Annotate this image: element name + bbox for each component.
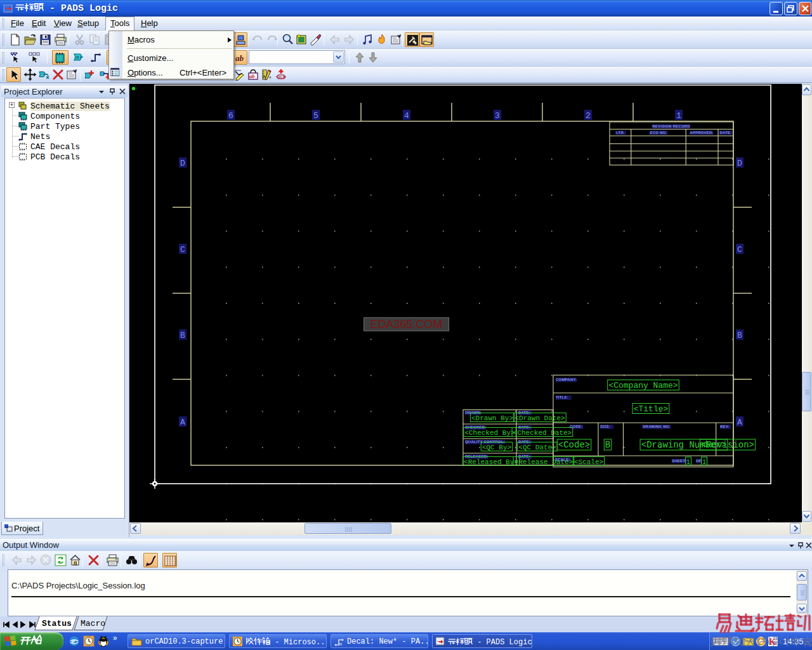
svg-text:TITLE:: TITLE: bbox=[556, 395, 568, 399]
svg-text:<Revision>: <Revision> bbox=[701, 440, 754, 450]
svg-text:FLD: FLD bbox=[278, 76, 285, 79]
svg-text:B: B bbox=[605, 440, 610, 450]
svg-text:<Released By>: <Released By> bbox=[464, 458, 518, 466]
svg-text:B: B bbox=[180, 331, 185, 340]
svg-text:1: 1 bbox=[676, 111, 681, 121]
svg-text:1: 1 bbox=[686, 459, 690, 466]
svg-text:<Release Date>: <Release Date> bbox=[514, 458, 573, 466]
svg-text:5: 5 bbox=[313, 111, 318, 121]
svg-text:COMPANY:: COMPANY: bbox=[556, 378, 577, 381]
svg-text:<Title>: <Title> bbox=[634, 404, 669, 414]
svg-text:ab: ab bbox=[249, 73, 255, 79]
svg-text:SIZE:: SIZE: bbox=[600, 425, 610, 428]
svg-text:C: C bbox=[737, 245, 742, 255]
svg-text:APPROVED:: APPROVED: bbox=[690, 131, 713, 135]
svg-text:ab: ab bbox=[235, 53, 244, 63]
svg-text:1: 1 bbox=[702, 459, 706, 466]
svg-text:2: 2 bbox=[586, 111, 591, 121]
svg-text:C: C bbox=[180, 245, 185, 255]
svg-text:e: e bbox=[72, 637, 75, 645]
svg-text:<Checked By>: <Checked By> bbox=[464, 429, 514, 437]
svg-text:n: n bbox=[339, 642, 342, 646]
svg-text:D: D bbox=[180, 159, 185, 168]
svg-text:A: A bbox=[737, 418, 742, 427]
svg-text:4: 4 bbox=[404, 111, 409, 121]
svg-text:D: D bbox=[737, 159, 742, 168]
svg-text:<Code>: <Code> bbox=[558, 440, 590, 450]
svg-text:REV:: REV: bbox=[720, 425, 730, 428]
svg-text:REVISION RECORD: REVISION RECORD bbox=[652, 124, 690, 128]
svg-text:OF: OF bbox=[696, 459, 702, 463]
svg-text:CODE:: CODE: bbox=[570, 425, 582, 428]
svg-text:EDA365.COM: EDA365.COM bbox=[370, 318, 442, 331]
svg-text:SHEET:: SHEET: bbox=[672, 459, 686, 463]
svg-text:B: B bbox=[76, 55, 79, 60]
svg-text:B: B bbox=[263, 75, 266, 79]
svg-text:DRAWING NO:: DRAWING NO: bbox=[643, 425, 671, 428]
svg-text:<Drawn Date>: <Drawn Date> bbox=[514, 415, 565, 422]
svg-text:<QC By>: <QC By> bbox=[482, 444, 511, 451]
svg-text:A: A bbox=[180, 418, 185, 427]
svg-text:6: 6 bbox=[228, 111, 233, 121]
svg-text:<Drawn By>: <Drawn By> bbox=[471, 415, 513, 422]
svg-text:DATE:: DATE: bbox=[720, 131, 732, 135]
svg-text:<Checked Date>: <Checked Date> bbox=[513, 429, 572, 437]
svg-text:B: B bbox=[737, 331, 742, 340]
svg-text:3: 3 bbox=[495, 111, 500, 121]
svg-text:<Scale>: <Scale> bbox=[574, 458, 603, 466]
svg-text:<Company Name>: <Company Name> bbox=[608, 381, 678, 390]
svg-text:4: 4 bbox=[269, 76, 272, 79]
svg-text:ECO NO:: ECO NO: bbox=[650, 131, 667, 135]
svg-text:LTR.: LTR. bbox=[616, 131, 625, 135]
svg-text:<QC Date>: <QC Date> bbox=[518, 444, 556, 451]
